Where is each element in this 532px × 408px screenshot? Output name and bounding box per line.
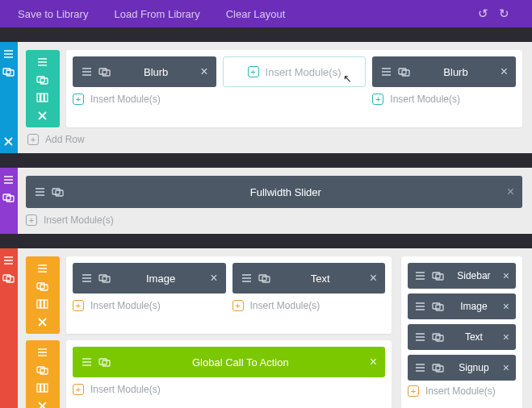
row-columns-icon[interactable] bbox=[34, 379, 52, 397]
section-duplicate-icon[interactable] bbox=[0, 189, 18, 206]
plus-icon: + bbox=[232, 300, 244, 311]
toolbar: Save to Library Load From Library Clear … bbox=[0, 0, 532, 27]
sidebar-column: Sidebar × Image × Text bbox=[401, 256, 522, 408]
plus-icon: + bbox=[73, 300, 84, 311]
section-settings-icon[interactable] bbox=[0, 171, 18, 189]
row-duplicate-icon[interactable] bbox=[34, 71, 52, 89]
row-settings-icon[interactable] bbox=[34, 53, 52, 71]
insert-module-slot[interactable]: + Insert Module(s) ↖ bbox=[223, 56, 367, 87]
insert-module-button[interactable]: + Insert Module(s) bbox=[73, 384, 385, 395]
module-blurb[interactable]: Blurb × bbox=[73, 56, 216, 87]
section-delete-icon[interactable] bbox=[0, 132, 18, 150]
module-delete-icon[interactable]: × bbox=[503, 269, 509, 282]
row-settings-icon[interactable] bbox=[34, 343, 52, 361]
plus-icon: + bbox=[248, 66, 259, 77]
module-delete-icon[interactable]: × bbox=[370, 271, 377, 285]
module-delete-icon[interactable]: × bbox=[507, 185, 514, 199]
module-label: Sidebar bbox=[445, 270, 503, 281]
module-label: Blurb bbox=[411, 66, 500, 78]
module-delete-icon[interactable]: × bbox=[370, 355, 377, 369]
save-to-library-button[interactable]: Save to Library bbox=[18, 8, 88, 20]
row-delete-icon[interactable] bbox=[34, 397, 52, 408]
module-label: Blurb bbox=[111, 66, 200, 78]
section-red: Image × + Insert Module(s) bbox=[0, 248, 532, 408]
module-label: Fullwidth Slider bbox=[65, 186, 507, 198]
module-label: Text bbox=[271, 273, 370, 285]
module-global-cta[interactable]: Global Call To Action × bbox=[73, 347, 385, 377]
row-duplicate-icon[interactable] bbox=[34, 277, 52, 295]
module-delete-icon[interactable]: × bbox=[200, 65, 207, 79]
row-columns-icon[interactable] bbox=[34, 89, 52, 106]
redo-icon[interactable]: ↻ bbox=[493, 6, 514, 21]
insert-module-button[interactable]: + Insert Module(s) bbox=[232, 300, 386, 311]
module-delete-icon[interactable]: × bbox=[501, 65, 508, 79]
insert-module-button[interactable]: + Insert Module(s) bbox=[372, 94, 516, 105]
cursor-icon: ↖ bbox=[343, 73, 352, 85]
module-label: Signup bbox=[445, 362, 503, 373]
module-label: Global Call To Action bbox=[111, 356, 370, 368]
module-label: Image bbox=[445, 301, 503, 312]
module-delete-icon[interactable]: × bbox=[210, 271, 217, 285]
row-delete-icon[interactable] bbox=[34, 313, 52, 331]
clear-layout-button[interactable]: Clear Layout bbox=[226, 8, 286, 20]
row-settings-icon[interactable] bbox=[34, 260, 52, 277]
module-text[interactable]: Text × bbox=[408, 324, 516, 350]
insert-module-button[interactable]: + Insert Module(s) bbox=[73, 300, 226, 311]
module-image[interactable]: Image × bbox=[408, 294, 516, 319]
module-delete-icon[interactable]: × bbox=[503, 361, 509, 374]
add-row-button[interactable]: + Add Row bbox=[26, 134, 522, 145]
module-delete-icon[interactable]: × bbox=[503, 300, 509, 313]
module-text[interactable]: Text × bbox=[232, 263, 386, 294]
plus-icon: + bbox=[73, 94, 84, 105]
section-duplicate-icon[interactable] bbox=[0, 269, 18, 287]
plus-icon: + bbox=[26, 214, 37, 226]
module-label: Text bbox=[445, 331, 503, 343]
plus-icon: + bbox=[372, 94, 383, 105]
load-from-library-button[interactable]: Load From Library bbox=[114, 8, 199, 20]
section-settings-icon[interactable] bbox=[0, 45, 18, 63]
row-duplicate-icon[interactable] bbox=[34, 361, 52, 379]
section-duplicate-icon[interactable] bbox=[0, 63, 18, 81]
undo-icon[interactable]: ↺ bbox=[472, 6, 493, 21]
insert-module-button[interactable]: + Insert Module(s) bbox=[408, 385, 516, 397]
row-delete-icon[interactable] bbox=[34, 106, 52, 124]
module-fullwidth-slider[interactable]: Fullwidth Slider × bbox=[26, 176, 522, 208]
module-image[interactable]: Image × bbox=[73, 263, 226, 294]
module-sidebar[interactable]: Sidebar × bbox=[408, 263, 516, 289]
module-blurb[interactable]: Blurb × bbox=[372, 56, 516, 87]
row-columns-icon[interactable] bbox=[34, 295, 52, 313]
module-delete-icon[interactable]: × bbox=[503, 331, 509, 343]
section-blue: Blurb × + Insert Module(s) + Insert Modu… bbox=[0, 42, 532, 153]
plus-icon: + bbox=[27, 134, 39, 145]
plus-icon: + bbox=[73, 384, 84, 395]
module-label: Image bbox=[111, 273, 210, 285]
insert-module-button[interactable]: + Insert Module(s) bbox=[26, 214, 522, 226]
plus-icon: + bbox=[408, 385, 419, 397]
section-purple: Fullwidth Slider × + Insert Module(s) bbox=[0, 168, 532, 234]
section-settings-icon[interactable] bbox=[0, 252, 18, 269]
insert-module-button[interactable]: + Insert Module(s) bbox=[73, 94, 216, 105]
module-signup[interactable]: Signup × bbox=[408, 355, 516, 381]
